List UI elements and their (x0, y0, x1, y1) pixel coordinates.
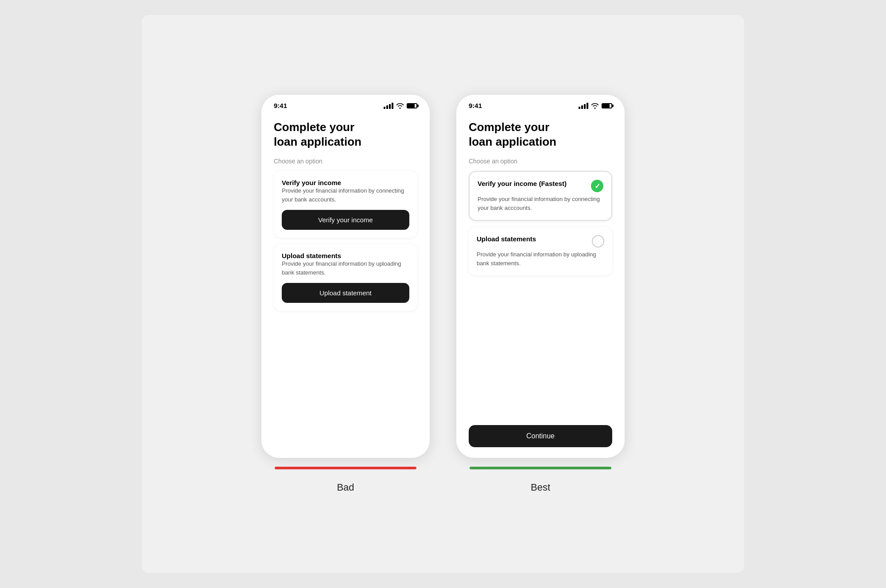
right-section-label: Choose an option (469, 158, 612, 165)
right-phone-wrapper: 9:41 (456, 95, 625, 493)
right-card1-header: Verify your income (Fastest) (478, 180, 603, 192)
left-card1-desc: Provide your financial information by co… (282, 186, 409, 204)
left-indicator-bar (275, 467, 416, 469)
left-card1-title: Verify your income (282, 179, 409, 186)
right-card2-header: Upload statements (477, 235, 604, 248)
left-page-title: Complete your loan application (274, 120, 417, 149)
right-card-verify[interactable]: Verify your income (Fastest) Provide you… (469, 171, 612, 221)
left-section-label: Choose an option (274, 158, 417, 165)
continue-area: Continue (456, 418, 625, 458)
right-battery-icon (602, 103, 612, 108)
right-signal-icon (579, 103, 588, 109)
left-verify-button[interactable]: Verify your income (282, 210, 409, 230)
left-card-upload: Upload statements Provide your financial… (274, 244, 417, 311)
outer-container: 9:41 (142, 15, 744, 573)
right-wifi-icon (591, 103, 599, 109)
left-signal-icon (384, 103, 393, 109)
right-card2-title: Upload statements (477, 235, 536, 243)
right-phone: 9:41 (456, 95, 625, 458)
right-card1-title: Verify your income (Fastest) (478, 180, 567, 187)
right-status-time: 9:41 (469, 102, 482, 109)
right-label: Best (531, 482, 550, 493)
left-phone-wrapper: 9:41 (261, 95, 430, 493)
left-phone-content: Complete your loan application Choose an… (261, 113, 430, 458)
left-phone: 9:41 (261, 95, 430, 458)
continue-button[interactable]: Continue (469, 425, 612, 447)
left-upload-button[interactable]: Upload statement (282, 283, 409, 303)
right-indicator-bar (470, 467, 611, 469)
left-label: Bad (337, 482, 354, 493)
left-card-verify: Verify your income Provide your financia… (274, 171, 417, 238)
right-status-icons (579, 103, 612, 109)
right-phone-content: Complete your loan application Choose an… (456, 113, 625, 418)
left-wifi-icon (396, 103, 404, 109)
left-status-bar: 9:41 (261, 95, 430, 113)
left-battery-icon (407, 103, 417, 108)
left-card2-desc: Provide your financial information by up… (282, 259, 409, 277)
check-selected-icon (591, 180, 603, 192)
right-card1-desc: Provide your financial information by co… (478, 195, 603, 212)
right-page-title: Complete your loan application (469, 120, 612, 149)
right-card-upload[interactable]: Upload statements Provide your financial… (469, 227, 612, 275)
right-card2-desc: Provide your financial information by up… (477, 250, 604, 267)
left-card2-title: Upload statements (282, 252, 409, 259)
right-status-bar: 9:41 (456, 95, 625, 113)
left-status-icons (384, 103, 417, 109)
radio-unselected-icon (592, 235, 604, 248)
left-status-time: 9:41 (274, 102, 287, 109)
